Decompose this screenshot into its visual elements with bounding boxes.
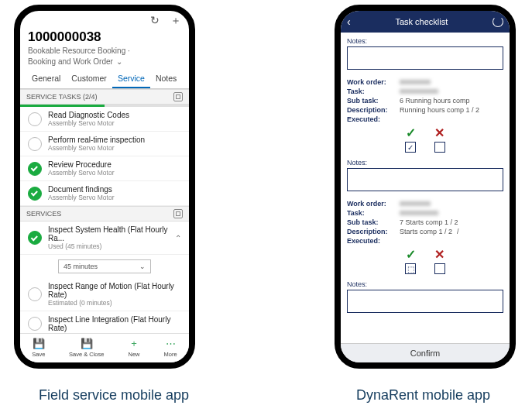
grid-icon[interactable] bbox=[173, 92, 183, 101]
executed-no-checkbox[interactable] bbox=[434, 142, 445, 153]
x-icon: ✕ bbox=[434, 247, 444, 262]
caption-left: Field service mobile app bbox=[39, 387, 189, 404]
subtask-value: 6 Running hours comp bbox=[400, 97, 470, 105]
checkbox-done-icon[interactable] bbox=[28, 162, 42, 176]
task-row[interactable]: Document findingsAssembly Servo Motor bbox=[20, 181, 189, 206]
x-icon: ✕ bbox=[434, 125, 444, 140]
description-value: Running hours comp 1 / 2 bbox=[400, 106, 479, 114]
section-service-tasks[interactable]: SERVICE TASKS (2/4) bbox=[20, 89, 189, 105]
task-row[interactable]: Read Diagnostic CodesAssembly Servo Moto… bbox=[20, 107, 189, 132]
subtask-value: 7 Starts comp 1 / 2 bbox=[400, 218, 458, 226]
tab-general[interactable]: General bbox=[26, 71, 66, 88]
chevron-up-icon[interactable]: ⌃ bbox=[175, 234, 181, 242]
plus-icon[interactable]: ＋ bbox=[170, 14, 181, 28]
new-button[interactable]: +New bbox=[128, 337, 140, 358]
notes-label: Notes: bbox=[347, 159, 503, 167]
checkbox-icon[interactable] bbox=[28, 317, 42, 331]
back-icon[interactable]: ‹ bbox=[347, 15, 351, 28]
executed-yes-checkbox[interactable]: ✓ bbox=[405, 142, 416, 153]
executed-no-checkbox[interactable] bbox=[434, 263, 445, 274]
notes-input[interactable] bbox=[347, 46, 503, 70]
task-row[interactable]: Perform real-time inspectionAssembly Ser… bbox=[20, 132, 189, 156]
dynarent-phone: ‹ Task checklist Notes: Work order:00000… bbox=[335, 5, 516, 369]
checkbox-done-icon[interactable] bbox=[28, 187, 42, 201]
bottom-bar: 💾Save 💾Save & Close +New ⋯More bbox=[20, 333, 189, 362]
service-row[interactable]: Inspect Range of Motion (Flat Hourly Rat… bbox=[20, 278, 189, 311]
refresh-icon[interactable]: ↻ bbox=[150, 14, 160, 28]
task-value: 0000000000 bbox=[400, 209, 438, 217]
check-icon: ✓ bbox=[406, 247, 416, 262]
section-services[interactable]: SERVICES bbox=[20, 206, 189, 222]
task-row[interactable]: Review ProcedureAssembly Servo Motor bbox=[20, 156, 189, 181]
checkbox-icon[interactable] bbox=[28, 112, 42, 126]
executed-yes-checkbox[interactable]: ⬚ bbox=[405, 263, 416, 274]
checkbox-icon[interactable] bbox=[28, 137, 42, 151]
more-button[interactable]: ⋯More bbox=[164, 337, 177, 358]
breadcrumb-2[interactable]: Booking and Work Order ⌄ bbox=[20, 57, 189, 68]
confirm-button[interactable]: Confirm bbox=[341, 343, 510, 362]
save-icon: 💾 bbox=[33, 337, 45, 349]
breadcrumb[interactable]: Bookable Resource Booking · bbox=[20, 46, 189, 57]
caption-right: DynaRent mobile app bbox=[356, 387, 490, 404]
check-icon: ✓ bbox=[406, 125, 416, 140]
field-service-phone: ↻ ＋ 1000000038 Bookable Resource Booking… bbox=[14, 5, 195, 369]
tabs: General Customer Service Notes bbox=[20, 68, 189, 89]
header-bar: ‹ Task checklist bbox=[341, 11, 510, 33]
checkbox-icon[interactable] bbox=[28, 287, 42, 301]
save-button[interactable]: 💾Save bbox=[32, 337, 45, 358]
notes-input[interactable] bbox=[347, 290, 503, 313]
record-title: 1000000038 bbox=[20, 29, 189, 46]
notes-input[interactable] bbox=[347, 168, 503, 191]
chevron-down-icon: ⌄ bbox=[116, 57, 122, 67]
page-title: Task checklist bbox=[395, 17, 448, 26]
refresh-icon[interactable] bbox=[493, 16, 503, 27]
grid-icon[interactable] bbox=[173, 209, 183, 218]
work-order-value: 00000000 bbox=[400, 200, 431, 208]
service-row[interactable]: Inspect System Health (Flat Hourly Ra...… bbox=[20, 222, 189, 255]
task-value: 0000000000 bbox=[400, 88, 438, 95]
duration-select[interactable]: 45 minutes ⌄ bbox=[58, 259, 151, 273]
save-close-button[interactable]: 💾Save & Close bbox=[69, 337, 104, 358]
checkbox-done-icon[interactable] bbox=[28, 231, 42, 245]
more-icon: ⋯ bbox=[164, 337, 177, 349]
notes-label: Notes: bbox=[347, 37, 503, 45]
description-value: Starts comp 1 / 2 bbox=[400, 228, 452, 235]
tab-notes[interactable]: Notes bbox=[150, 71, 182, 88]
work-order-value: 00000000 bbox=[400, 78, 431, 86]
chevron-down-icon: ⌄ bbox=[139, 263, 146, 270]
save-close-icon: 💾 bbox=[81, 337, 93, 349]
tab-customer[interactable]: Customer bbox=[66, 71, 112, 88]
plus-icon: + bbox=[128, 337, 140, 349]
tab-service[interactable]: Service bbox=[112, 71, 150, 88]
notes-label: Notes: bbox=[347, 280, 503, 288]
